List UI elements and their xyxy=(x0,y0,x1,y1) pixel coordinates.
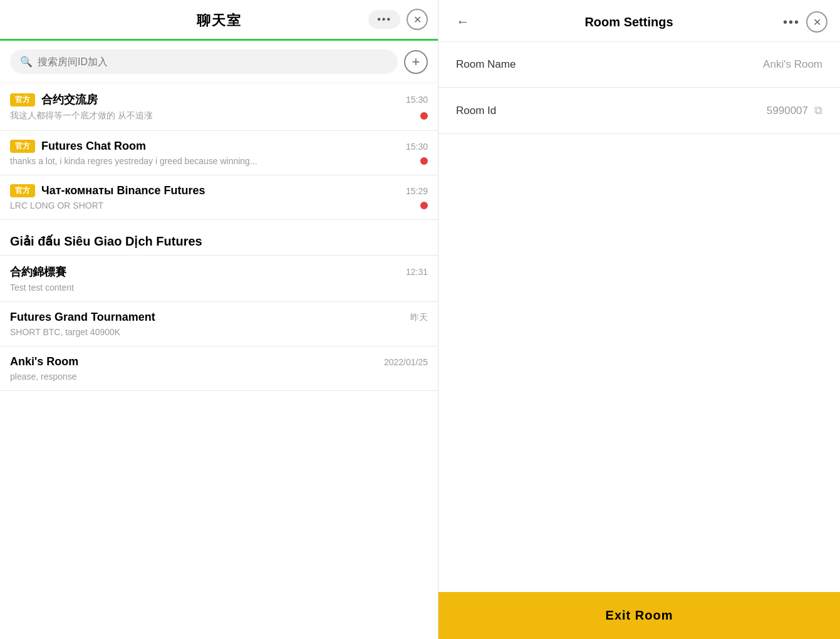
search-bar: 🔍 + xyxy=(0,41,438,83)
room-item-top: 合約錦標賽 12:31 xyxy=(10,264,428,279)
official-badge: 官方 xyxy=(10,140,35,153)
unread-dot xyxy=(420,202,428,209)
room-name: Futures Chat Room xyxy=(41,140,146,153)
room-name: 合约交流房 xyxy=(41,92,98,107)
room-time: 15:30 xyxy=(406,142,428,152)
room-item-top: Futures Grand Tournament 昨天 xyxy=(10,311,428,324)
room-name-value: Anki's Room xyxy=(763,58,822,71)
copy-icon[interactable]: ⧉ xyxy=(814,104,822,117)
room-id-row: Room Id 5990007 ⧉ xyxy=(438,88,840,134)
room-time: 15:29 xyxy=(406,186,428,196)
room-item-top: 官方 合约交流房 15:30 xyxy=(10,92,428,107)
official-badge: 官方 xyxy=(10,93,35,106)
right-panel-title: Room Settings xyxy=(482,15,775,29)
room-item-bottom: please, response xyxy=(10,371,428,382)
room-item-top: Anki's Room 2022/01/25 xyxy=(10,355,428,368)
room-title-wrap: 官方 合约交流房 xyxy=(10,92,98,107)
left-close-button[interactable]: ✕ xyxy=(407,9,428,30)
room-time: 15:30 xyxy=(406,95,428,105)
room-id-value: 5990007 xyxy=(767,105,808,117)
search-icon: 🔍 xyxy=(20,56,33,68)
room-item-top: 官方 Чат-комнаты Binance Futures 15:29 xyxy=(10,184,428,197)
right-dots-button[interactable]: ••• xyxy=(783,15,800,29)
left-header-actions: ••• ✕ xyxy=(368,9,428,30)
room-name: Anki's Room xyxy=(10,355,78,368)
exit-room-button[interactable]: Exit Room xyxy=(438,592,840,639)
right-panel-inner: ← Room Settings ••• ✕ Room Name Anki's R… xyxy=(438,0,840,639)
room-item-bottom: 我这人都得等一个底才做的 从不追涨 xyxy=(10,110,428,122)
left-dots-button[interactable]: ••• xyxy=(368,10,400,29)
room-item-bottom: SHORT BTC, target 40900K xyxy=(10,327,428,337)
list-item[interactable]: 官方 Чат-комнаты Binance Futures 15:29 LRC… xyxy=(0,175,438,220)
add-room-button[interactable]: + xyxy=(404,50,428,74)
list-item[interactable]: Anki's Room 2022/01/25 please, response xyxy=(0,346,438,391)
room-preview: Test test content xyxy=(10,283,428,293)
room-preview: LRC LONG OR SHORT xyxy=(10,200,415,210)
right-panel: ← Room Settings ••• ✕ Room Name Anki's R… xyxy=(438,0,840,639)
room-list: 官方 合约交流房 15:30 我这人都得等一个底才做的 从不追涨 官方 Futu… xyxy=(0,83,438,639)
list-item[interactable]: 合約錦標賽 12:31 Test test content xyxy=(0,256,438,302)
list-item[interactable]: 官方 合约交流房 15:30 我这人都得等一个底才做的 从不追涨 xyxy=(0,83,438,131)
room-time: 12:31 xyxy=(406,267,428,277)
room-preview: 我这人都得等一个底才做的 从不追涨 xyxy=(10,110,415,122)
list-item[interactable]: 官方 Futures Chat Room 15:30 thanks a lot,… xyxy=(0,131,438,175)
room-name-label: Room Name xyxy=(456,58,516,71)
search-input-wrap[interactable]: 🔍 xyxy=(10,49,398,74)
right-close-button[interactable]: ✕ xyxy=(806,11,827,33)
room-name: 合約錦標賽 xyxy=(10,264,66,279)
room-title-wrap: 官方 Чат-комнаты Binance Futures xyxy=(10,184,205,197)
room-item-bottom: thanks a lot, i kinda regres yestreday i… xyxy=(10,156,428,166)
unread-dot xyxy=(420,157,428,165)
room-name: Futures Grand Tournament xyxy=(10,311,155,324)
left-header: 聊天室 ••• ✕ xyxy=(0,0,438,41)
room-item-bottom: LRC LONG OR SHORT xyxy=(10,200,428,210)
search-input[interactable] xyxy=(38,56,388,68)
right-header: ← Room Settings ••• ✕ xyxy=(438,0,840,42)
tournament-section-header: Giải đấu Siêu Giao Dịch Futures xyxy=(0,220,438,255)
room-item-top: 官方 Futures Chat Room 15:30 xyxy=(10,140,428,153)
unread-dot xyxy=(420,112,428,120)
left-panel: 聊天室 ••• ✕ 🔍 + 官方 合约交流房 15:30 我这人都得等一个底才做… xyxy=(0,0,438,639)
room-time: 2022/01/25 xyxy=(384,357,428,367)
room-preview: thanks a lot, i kinda regres yestreday i… xyxy=(10,156,415,166)
official-badge: 官方 xyxy=(10,184,35,197)
list-item[interactable]: Futures Grand Tournament 昨天 SHORT BTC, t… xyxy=(0,302,438,346)
left-panel-title: 聊天室 xyxy=(197,11,242,30)
room-preview: please, response xyxy=(10,371,428,382)
room-preview: SHORT BTC, target 40900K xyxy=(10,327,428,337)
back-button[interactable]: ← xyxy=(451,11,475,33)
room-id-value-wrap: 5990007 ⧉ xyxy=(767,104,822,117)
room-title-wrap: 官方 Futures Chat Room xyxy=(10,140,146,153)
room-id-label: Room Id xyxy=(456,105,496,117)
room-name: Чат-комнаты Binance Futures xyxy=(41,184,205,197)
room-time: 昨天 xyxy=(410,312,428,323)
right-content: Room Name Anki's Room Room Id 5990007 ⧉ xyxy=(438,42,840,639)
room-name-row: Room Name Anki's Room xyxy=(438,42,840,88)
room-item-bottom: Test test content xyxy=(10,283,428,293)
right-header-actions: ••• ✕ xyxy=(783,11,827,33)
